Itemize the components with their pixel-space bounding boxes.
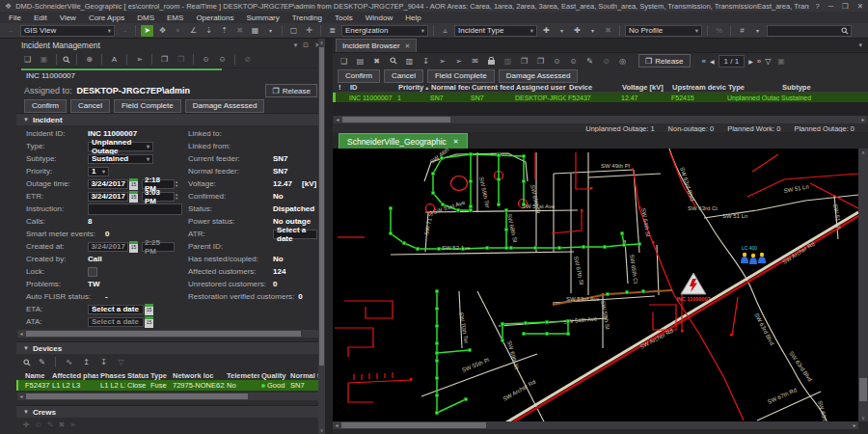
menu-dms[interactable]: DMS (137, 14, 154, 22)
lock-checkbox[interactable] (88, 267, 97, 277)
recenter-icon[interactable]: ✛ (303, 25, 315, 37)
menu-tools[interactable]: Tools (335, 14, 353, 22)
edit-crew-icon[interactable]: ✎ (47, 420, 54, 429)
paste-icon[interactable]: ❐ (534, 55, 547, 67)
new-incident-icon[interactable]: ❏ (338, 55, 350, 67)
restore-button[interactable]: ❐ (842, 2, 849, 11)
assign-crew-icon[interactable]: ☺ (200, 54, 212, 66)
incident-type-select[interactable]: Incident Type▾ (454, 25, 537, 37)
menu-summary[interactable]: Summary (247, 14, 280, 22)
section-devices[interactable]: ▼Devices (16, 341, 325, 354)
device-row[interactable]: F52437L1 L2 L3L1 L2 L3CloseFuse72975-NON… (16, 380, 325, 391)
close-tab-icon[interactable]: ✕ (405, 42, 411, 50)
search-icon[interactable] (63, 56, 70, 64)
network-view-icon[interactable]: ⊕ (83, 54, 95, 66)
tab-schneiderville-geographic[interactable]: SchneiderVille_Geographic✕ (339, 133, 468, 149)
last-page-icon[interactable]: » (757, 57, 761, 66)
add-crew-icon[interactable]: ✚ (23, 420, 30, 429)
map-canvas[interactable]: SW 48th Pl SW 59th Ter SW 51st Ave SW 51… (333, 149, 858, 421)
etr-date-input[interactable]: 3/24/2017 (88, 192, 128, 202)
panel-splitter[interactable] (325, 39, 333, 434)
cancel-incident-icon[interactable]: ⊘ (600, 55, 612, 67)
field-complete-button[interactable]: Field Complete (114, 99, 181, 113)
menu-trending[interactable]: Trending (292, 14, 322, 22)
crew-symbol[interactable]: LC 400 (741, 245, 766, 264)
add-bookmark-icon[interactable]: ✚ (540, 25, 553, 37)
select-tool-icon[interactable]: ➤ (141, 25, 153, 37)
instruction-input[interactable] (88, 203, 182, 215)
release-crew-icon[interactable]: ☺ (567, 55, 580, 67)
devices-hscrollbar[interactable]: ◂ ▸ (17, 393, 324, 400)
release-button[interactable]: ❐Release (638, 54, 691, 68)
tab-incident[interactable]: INC 11000007 (26, 71, 75, 80)
cancel-button[interactable]: Cancel (384, 69, 423, 83)
atr-date-input[interactable]: Select a date (273, 230, 317, 239)
prev-page-icon[interactable]: ◀ (710, 58, 715, 65)
cancel-incident-icon[interactable]: ⊘ (241, 54, 254, 66)
form-hscrollbar[interactable]: ◂ ▸ (17, 330, 324, 338)
menu-operations[interactable]: Operations (196, 14, 233, 22)
subtype-select[interactable]: Sustained▾ (88, 154, 153, 164)
release-button[interactable]: ❐Release (265, 84, 317, 97)
damage-assessed-button[interactable]: Damage Assessed (185, 99, 265, 113)
add-bookmark-chevron-icon[interactable]: ▾ (556, 25, 568, 37)
first-page-icon[interactable]: « (702, 57, 706, 66)
scroll-up-icon[interactable]: ∧ (858, 149, 868, 156)
menu-file[interactable]: File (9, 14, 21, 22)
outage-date-input[interactable]: 3/24/2017 (88, 179, 128, 189)
dispatch-alt-icon[interactable]: ➢ (452, 55, 465, 67)
trace-downstream-icon[interactable]: ⇣ (203, 25, 215, 37)
dispatch-icon[interactable]: ➢ (133, 54, 146, 66)
mail-icon[interactable]: ✉ (469, 55, 481, 67)
menu-help[interactable]: Help (405, 14, 420, 22)
scroll-left-icon[interactable]: ◂ (333, 421, 340, 429)
menu-view[interactable]: View (60, 14, 76, 22)
section-incident[interactable]: ▼Incident (16, 113, 325, 125)
remove-crew-icon[interactable]: ✖ (59, 420, 66, 429)
panel-menu-icon[interactable]: ▾ (858, 41, 862, 49)
time-stepper[interactable]: ▴▾ (176, 180, 177, 188)
assign-crew-icon[interactable]: ☺ (551, 55, 563, 67)
menu-core-apps[interactable]: Core Apps (89, 14, 124, 22)
tab-incident-browser[interactable]: Incident Browser✕ (336, 39, 417, 52)
back-icon[interactable]: ← (5, 25, 17, 37)
cancel-button[interactable]: Cancel (70, 99, 110, 113)
dispatch-crew-icon[interactable]: ➢ (69, 420, 76, 429)
trace-upstream-icon[interactable]: ⇡ (218, 25, 231, 37)
eta-date-input[interactable]: Select a date (88, 305, 144, 314)
time-stepper[interactable]: ▴▾ (176, 193, 177, 201)
delete-incident-icon[interactable]: ✖ (370, 55, 383, 67)
menu-edit[interactable]: Edit (34, 14, 47, 22)
section-crews[interactable]: ▼Crews (16, 405, 325, 418)
confirm-button[interactable]: Confirm (24, 99, 67, 113)
close-tab-icon[interactable]: ✕ (453, 138, 459, 146)
next-page-icon[interactable]: ▶ (748, 58, 753, 65)
hash-chevron-icon[interactable]: ▾ (751, 25, 764, 37)
calendar-icon[interactable]: 15 (145, 304, 153, 315)
move-down-icon[interactable]: ↧ (97, 357, 110, 368)
copy-icon[interactable]: ❐ (158, 54, 171, 66)
minimize-button[interactable]: ─ (828, 2, 833, 11)
add-view-chevron-icon[interactable]: ▾ (586, 25, 599, 37)
hash-icon[interactable]: # (736, 25, 748, 37)
quick-search-input[interactable] (770, 25, 841, 36)
save-filter-icon[interactable]: ▣ (774, 55, 787, 67)
field-complete-button[interactable]: Field Complete (427, 69, 495, 83)
damage-assessed-button[interactable]: Damage Assessed (499, 69, 579, 83)
new-window-icon[interactable]: ▢ (287, 25, 300, 37)
scroll-left-icon[interactable]: ◂ (17, 393, 25, 400)
panel-vscrollbar[interactable]: ∧ ∨ (318, 39, 325, 434)
priority-column-header[interactable]: Priority▴ (396, 83, 429, 92)
calendar-icon[interactable]: 15 (129, 178, 138, 190)
map-hscrollbar[interactable]: ◂ ▸ (333, 421, 858, 429)
layers-chevron-icon[interactable]: ▾ (264, 25, 277, 37)
filter-icon[interactable]: ▽ (765, 57, 771, 66)
lock-icon[interactable] (485, 55, 498, 67)
priority-select[interactable]: 1▾ (88, 167, 109, 176)
view-select[interactable]: GIS View▾ (20, 25, 115, 37)
help-button[interactable]: ? (815, 2, 819, 11)
scroll-left-icon[interactable]: ◂ (17, 330, 25, 338)
paste-icon[interactable]: ❐ (175, 54, 187, 66)
close-button[interactable]: ✕ (857, 2, 863, 11)
zoom-box-tool-icon[interactable]: ▫ (172, 25, 184, 37)
